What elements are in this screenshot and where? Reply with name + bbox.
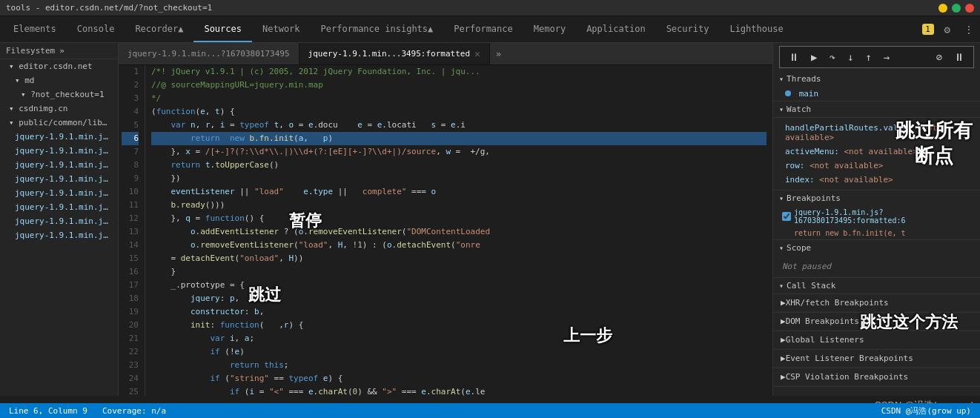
resume-button[interactable]: ▶ <box>808 50 820 64</box>
event-listener-breakpoints-section: ▶ Event Listener Breakpoints <box>773 350 980 368</box>
tree-item-md[interactable]: ▾ md <box>0 73 118 87</box>
watch-section: ▾ Watch <box>773 102 980 118</box>
code-editor[interactable]: 1 2 3 4 5 6 7 8 9 10 11 12 13 14 15 16 1 <box>119 65 772 396</box>
close-tab-icon[interactable]: ✕ <box>474 48 480 59</box>
filesystem-label: Filesystem <box>6 46 55 56</box>
tree-item-checkout[interactable]: ▾ ?not_checkout=1 <box>0 87 118 102</box>
callstack-section: ▾ Call Stack <box>773 278 980 294</box>
tab-console[interactable]: Console <box>67 16 125 42</box>
perf-insights-icon: ▲ <box>428 24 433 34</box>
ln-4: 4 <box>122 105 139 119</box>
annotation-pause: 暂停 <box>289 210 322 232</box>
ln-21: 21 <box>122 332 139 345</box>
code-line-16: } <box>151 265 767 279</box>
ln-6: 6 <box>122 132 139 145</box>
xhr-chevron: ▶ <box>781 298 786 308</box>
tree-item-jq5[interactable]: jquery-1.9.1.min.js?1 <box>0 186 118 200</box>
global-label: Global Listeners <box>786 335 864 345</box>
code-line-1: /*! jQuery v1.9.1 | (c) 2005, 2012 jQuer… <box>151 65 767 79</box>
pause-button[interactable]: ⏸ <box>786 50 802 64</box>
threads-chevron: ▾ <box>779 75 784 83</box>
tree-item-jq7[interactable]: jquery-1.9.1.min.js?1 <box>0 214 118 228</box>
global-listeners-header[interactable]: ▶ Global Listeners <box>773 331 980 349</box>
ln-11: 11 <box>122 199 139 212</box>
tab-sources[interactable]: Sources <box>193 16 252 42</box>
csp-breakpoints-header[interactable]: ▶ CSP Violation Breakpoints <box>773 368 980 386</box>
code-line-12: }, q = function() { <box>151 212 767 225</box>
expand-icon[interactable]: » <box>59 46 64 56</box>
minimize-button[interactable] <box>938 4 947 13</box>
deactivate-button[interactable]: ⊘ <box>933 50 945 64</box>
ln-7: 7 <box>122 145 139 159</box>
tree-item-jq8[interactable]: jquery-1.9.1.min.js?1 <box>0 228 118 242</box>
step-out-button[interactable]: ↑ <box>862 50 874 64</box>
warning-badge: 1 <box>922 24 934 35</box>
code-line-25: if (i = "<" === e.charAt(0) && ">" === e… <box>151 385 767 396</box>
code-line-6: return new b.fn.init(a, p) <box>151 132 767 145</box>
tab-memory[interactable]: Memory <box>523 16 576 42</box>
tree-item-jq4[interactable]: jquery-1.9.1.min.js?1 <box>0 172 118 186</box>
code-line-24: if ("string" == typeof e) { <box>151 372 767 385</box>
code-line-8: return t.toUpperCase() <box>151 159 767 172</box>
tab-elements[interactable]: Elements <box>3 16 67 42</box>
breakpoints-header[interactable]: ▾ Breakpoints <box>773 190 980 206</box>
tree-item-jq2[interactable]: jquery-1.9.1.min.js?1 <box>0 144 118 158</box>
ln-1: 1 <box>122 65 139 79</box>
step-into-button[interactable]: ↓ <box>844 50 856 64</box>
sidebar: Filesystem » ▾ editor.csdn.net ▾ md ▾ ?n… <box>0 43 119 396</box>
event-listener-breakpoints-header[interactable]: ▶ Event Listener Breakpoints <box>773 350 980 368</box>
scope-header[interactable]: ▾ Scope <box>773 240 980 256</box>
ln-23: 23 <box>122 359 139 372</box>
tree-item-editor[interactable]: ▾ editor.csdn.net <box>0 59 118 73</box>
tab-security[interactable]: Security <box>656 16 720 42</box>
step-button[interactable]: → <box>881 50 893 64</box>
tab-performance-insights[interactable]: Performance insights ▲ <box>311 16 444 42</box>
ln-13: 13 <box>122 225 139 239</box>
maximize-button[interactable] <box>952 4 961 13</box>
ln-5: 5 <box>122 119 139 132</box>
panel-scroll[interactable]: ▾ Threads main ▾ Watch handlePartialRout… <box>773 71 980 396</box>
main-layout: Filesystem » ▾ editor.csdn.net ▾ md ▾ ?n… <box>0 43 980 396</box>
tab-lighthouse[interactable]: Lighthouse <box>719 16 793 42</box>
more-tabs-button[interactable]: » <box>490 43 507 64</box>
code-line-9: }) <box>151 172 767 185</box>
file-tab-formatted[interactable]: jquery-1.9.1.min...3495:formatted ✕ <box>299 43 490 64</box>
xhr-breakpoints-header[interactable]: ▶ XHR/fetch Breakpoints <box>773 294 980 312</box>
tab-performance[interactable]: Performance <box>443 16 523 42</box>
tree-item-jq6[interactable]: jquery-1.9.1.min.js?1 <box>0 200 118 214</box>
tab-recorder[interactable]: Recorder ▲ <box>125 16 193 42</box>
thread-main[interactable]: main <box>773 87 980 101</box>
csp-breakpoints-section: ▶ CSP Violation Breakpoints <box>773 368 980 387</box>
sidebar-header: Filesystem » <box>0 43 118 59</box>
file-tab-minified[interactable]: jquery-1.9.1.min...?1670380173495 <box>119 43 299 64</box>
tree-item-jq1[interactable]: jquery-1.9.1.min.js?1 <box>0 130 118 144</box>
breakpoint-code: return new b.fn.init(e, t <box>773 227 980 239</box>
callstack-chevron: ▾ <box>779 282 784 290</box>
scope-chevron: ▾ <box>779 244 784 252</box>
settings-button[interactable]: ⚙ <box>941 21 953 39</box>
tree-item-jq3[interactable]: jquery-1.9.1.min.js?1 <box>0 158 118 172</box>
close-button[interactable] <box>965 4 974 13</box>
step-over-button[interactable]: ↷ <box>826 50 838 64</box>
callstack-label: Call Stack <box>787 281 835 291</box>
scope-section: ▾ Scope Not paused <box>773 240 980 278</box>
callstack-header[interactable]: ▾ Call Stack <box>773 278 980 293</box>
tab-network[interactable]: Network <box>252 16 311 42</box>
tree-item-public[interactable]: ▾ public/common/libs/jq <box>0 116 118 130</box>
pause-exceptions-button[interactable]: ⏸ <box>951 50 967 64</box>
code-line-11: b.ready())) <box>151 199 767 212</box>
ln-16: 16 <box>122 265 139 279</box>
dom-breakpoints-header[interactable]: ▶ DOM Breakpoints <box>773 313 980 331</box>
threads-header[interactable]: ▾ Threads <box>773 71 980 87</box>
watch-header[interactable]: ▾ Watch <box>773 102 980 117</box>
window-controls[interactable] <box>938 4 974 13</box>
code-line-18: jquery: p, <box>151 292 767 305</box>
tree-item-csdnimg[interactable]: ▾ csdnimg.cn <box>0 102 118 116</box>
breakpoint-checkbox-1[interactable] <box>782 212 791 221</box>
code-line-21: var i, a; <box>151 332 767 345</box>
breakpoint-item-1[interactable]: jquery-1.9.1.min.js?1670380173495:format… <box>773 206 980 227</box>
tab-application[interactable]: Application <box>576 16 655 42</box>
right-panel: ⏸ ▶ ↷ ↓ ↑ → ⊘ ⏸ ▾ Threads main <box>772 43 980 396</box>
ln-2: 2 <box>122 79 139 92</box>
more-button[interactable]: ⋮ <box>961 21 977 39</box>
